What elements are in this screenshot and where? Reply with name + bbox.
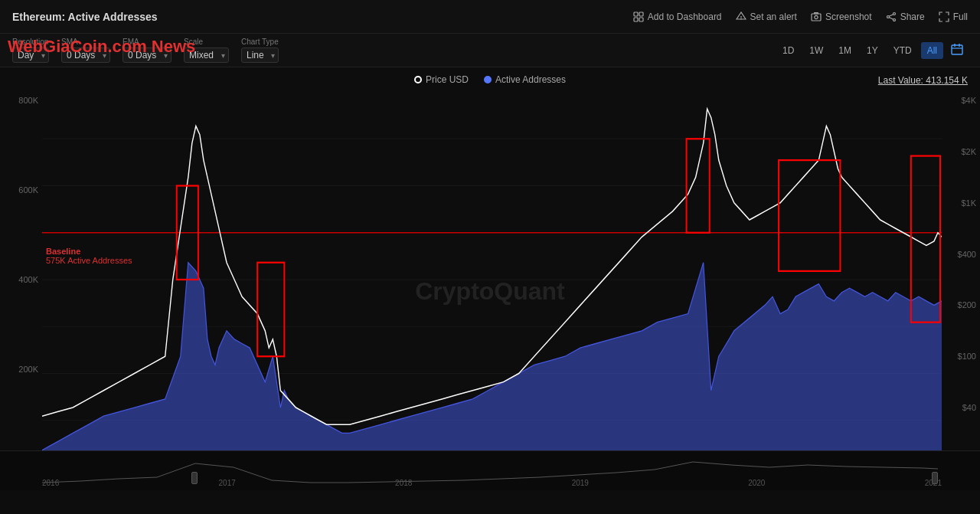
y-right-100: $100 xyxy=(946,352,976,361)
mini-handle-right[interactable] xyxy=(932,472,938,484)
mini-chart-bar: 2016 2017 2018 2019 2020 2021 xyxy=(0,450,980,490)
legend-bar: Price USD Active Addresses Last Value: 4… xyxy=(0,67,980,92)
time-range-controls: 1D 1W 1M 1Y YTD All xyxy=(776,40,968,61)
svg-rect-1 xyxy=(639,12,643,16)
share-icon xyxy=(886,11,897,22)
sma-select[interactable]: 0 Days xyxy=(61,47,110,63)
sma-control: SMA 0 Days xyxy=(61,38,110,63)
ema-select[interactable]: 0 Days xyxy=(122,47,172,63)
chart-container: 800K 600K 400K 200K 0 $4K $2K $1K $400 $… xyxy=(0,92,980,490)
svg-point-7 xyxy=(815,15,818,18)
ema-control: EMA 0 Days xyxy=(122,38,172,63)
svg-point-11 xyxy=(887,15,889,18)
price-dot xyxy=(414,76,422,83)
svg-rect-14 xyxy=(952,45,962,54)
controls-bar: Resolution Day SMA 0 Days EMA 0 Days xyxy=(0,34,980,67)
addresses-label: Active Addresses xyxy=(495,74,566,85)
dashboard-icon xyxy=(633,11,644,22)
calendar-icon xyxy=(951,43,963,55)
y-axis-left: 800K 600K 400K 200K 0 xyxy=(0,92,42,467)
sma-wrapper[interactable]: 0 Days xyxy=(61,47,110,63)
mini-x-2016: 2016 xyxy=(42,479,59,487)
svg-rect-6 xyxy=(812,14,821,21)
svg-point-10 xyxy=(893,18,895,21)
sma-label: SMA xyxy=(61,38,110,46)
scale-label: Scale xyxy=(184,38,229,46)
y-label-800k: 800K xyxy=(4,96,38,105)
time-1w-button[interactable]: 1W xyxy=(803,42,829,59)
expand-icon xyxy=(939,11,949,22)
y-right-40: $40 xyxy=(946,403,976,412)
y-axis-right: $4K $2K $1K $400 $200 $100 $40 $20 xyxy=(942,92,980,467)
mini-x-2017: 2017 xyxy=(219,479,236,487)
scale-control: Scale Mixed xyxy=(184,38,229,63)
y-right-400: $400 xyxy=(946,250,976,259)
y-label-200k: 200K xyxy=(4,365,38,374)
addresses-dot xyxy=(484,76,492,83)
svg-rect-8 xyxy=(814,12,818,14)
header-actions: Add to Dashboard Set an alert Screenshot… xyxy=(633,11,968,22)
price-label: Price USD xyxy=(426,74,469,85)
svg-point-5 xyxy=(740,18,741,19)
chart-type-control: Chart Type Line xyxy=(241,38,279,63)
svg-rect-0 xyxy=(634,12,638,16)
time-ytd-button[interactable]: YTD xyxy=(887,42,918,59)
svg-rect-2 xyxy=(634,18,638,21)
mini-handle-left[interactable] xyxy=(191,472,198,484)
time-all-button[interactable]: All xyxy=(921,42,943,59)
page-title: Ethereum: Active Addresses xyxy=(12,11,158,23)
legend-price: Price USD xyxy=(414,74,469,85)
y-right-2k: $2K xyxy=(946,147,976,156)
svg-line-12 xyxy=(889,14,893,15)
calendar-button[interactable] xyxy=(946,40,968,61)
scale-wrapper[interactable]: Mixed xyxy=(184,47,229,63)
time-1m-button[interactable]: 1M xyxy=(832,42,858,59)
resolution-wrapper[interactable]: Day xyxy=(12,47,49,63)
add-dashboard-button[interactable]: Add to Dashboard xyxy=(633,11,722,22)
ema-wrapper[interactable]: 0 Days xyxy=(122,47,172,63)
last-value: Last Value: 413.154 K xyxy=(878,75,968,86)
main-chart-svg xyxy=(42,92,942,467)
chart-type-wrapper[interactable]: Line xyxy=(241,47,279,63)
chart-type-select[interactable]: Line xyxy=(241,47,279,63)
controls-left: Resolution Day SMA 0 Days EMA 0 Days xyxy=(12,38,279,63)
legend-addresses: Active Addresses xyxy=(484,74,566,85)
resolution-select[interactable]: Day xyxy=(12,47,49,63)
mini-x-2019: 2019 xyxy=(572,479,589,487)
resolution-control: Resolution Day xyxy=(12,38,49,63)
y-right-200: $200 xyxy=(946,300,976,309)
svg-rect-29 xyxy=(779,160,840,271)
time-1d-button[interactable]: 1D xyxy=(776,42,800,59)
svg-line-13 xyxy=(889,17,893,18)
screenshot-icon xyxy=(811,11,822,22)
header-bar: Ethereum: Active Addresses Add to Dashbo… xyxy=(0,0,980,34)
ema-label: EMA xyxy=(122,38,172,46)
mini-x-2020: 2020 xyxy=(748,479,765,487)
chart-svg-container xyxy=(42,92,942,467)
full-button[interactable]: Full xyxy=(939,11,968,22)
svg-rect-3 xyxy=(639,18,643,21)
resolution-label: Resolution xyxy=(12,38,49,46)
y-right-1k: $1K xyxy=(946,198,976,208)
legend-items: Price USD Active Addresses xyxy=(331,74,649,85)
mini-x-2018: 2018 xyxy=(395,479,412,487)
alert-icon xyxy=(736,11,746,22)
y-right-4k: $4K xyxy=(946,96,976,105)
time-1y-button[interactable]: 1Y xyxy=(861,42,884,59)
y-label-400k: 400K xyxy=(4,275,38,284)
svg-point-9 xyxy=(893,12,895,15)
set-alert-button[interactable]: Set an alert xyxy=(736,11,797,22)
chart-type-label: Chart Type xyxy=(241,38,279,46)
screenshot-button[interactable]: Screenshot xyxy=(811,11,872,22)
scale-select[interactable]: Mixed xyxy=(184,47,229,63)
share-button[interactable]: Share xyxy=(886,11,925,22)
y-label-600k: 600K xyxy=(4,185,38,195)
